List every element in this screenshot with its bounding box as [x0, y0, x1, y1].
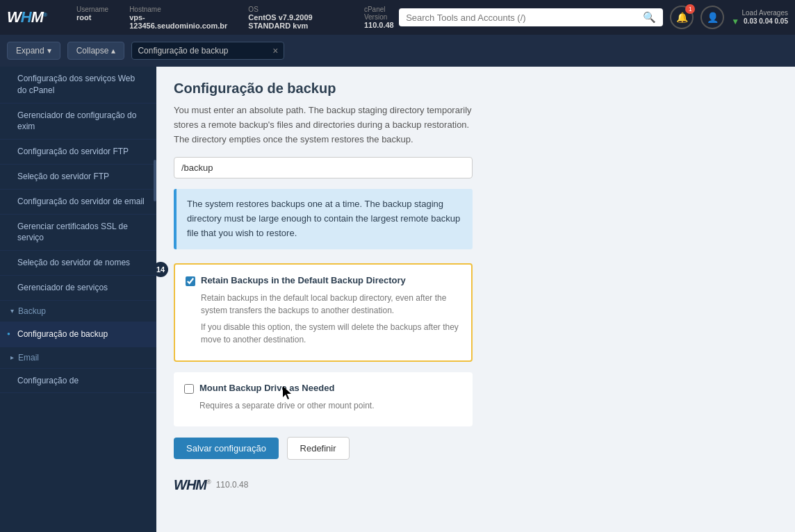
main-layout: Configuração dos serviços Web do cPanel …: [0, 67, 795, 532]
os-value: CentOS v7.9.2009 STANDARD kvm: [248, 13, 343, 30]
sidebar-item-ftp-select[interactable]: Seleção do servidor FTP: [0, 165, 156, 190]
sidebar-filter-input[interactable]: [138, 46, 268, 56]
sidebar-section-email-label: Email: [18, 353, 39, 363]
mount-backup-label[interactable]: Mount Backup Drive as Needed: [199, 383, 334, 393]
topbar: WHM® Username root Hostname vps-123456.s…: [0, 0, 795, 35]
mount-backup-checkbox[interactable]: [184, 384, 194, 394]
retain-backups-label[interactable]: Retain Backups in the Default Backup Dir…: [201, 275, 406, 285]
cpanel-version-value: 110.0.48: [364, 21, 399, 29]
whm-logo: WHM®: [7, 8, 63, 26]
sidebar-section-backup-label: Backup: [18, 306, 46, 316]
expand-label: Expand: [16, 46, 44, 56]
form-buttons: Salvar configuração Redefinir: [174, 437, 778, 460]
footer-whm-logo: WHM®: [174, 477, 211, 493]
clear-filter-button[interactable]: ×: [272, 45, 278, 56]
collapse-label: Collapse: [76, 46, 109, 56]
content-area: Configuração de backup You must enter an…: [156, 67, 795, 532]
retain-backups-desc2: If you disable this option, the system w…: [201, 321, 461, 346]
mount-backup-section: Mount Backup Drive as Needed Requires a …: [174, 372, 473, 426]
footer: WHM® 110.0.48: [174, 477, 778, 493]
sidebar-item-backup-config[interactable]: Configuração de backup: [0, 322, 156, 347]
section14-container: 14 Retain Backups in the Default Backup …: [174, 263, 493, 362]
info-box-text: The system restores backups one at a tim…: [187, 199, 460, 238]
os-meta: OS CentOS v7.9.2009 STANDARD kvm: [248, 6, 343, 30]
mount-backup-row: Mount Backup Drive as Needed: [184, 383, 462, 394]
search-bar[interactable]: 🔍: [399, 8, 663, 26]
sidebar-item-ftp-config[interactable]: Configuração do servidor FTP: [0, 140, 156, 165]
user-button[interactable]: 👤: [700, 6, 724, 29]
expand-arrow-icon: ▾: [47, 46, 51, 56]
retain-backups-desc1: Retain backups in the default local back…: [201, 292, 461, 317]
page-description: You must enter an absolute path. The bac…: [174, 103, 473, 147]
username-label: Username: [76, 6, 108, 13]
sidebar-item-service-manager[interactable]: Gerenciador de serviços: [0, 276, 156, 301]
sidebar-item-email-config[interactable]: Configuração de: [0, 369, 156, 394]
retain-backups-checkbox[interactable]: [186, 276, 195, 286]
username-meta: Username root: [76, 6, 108, 30]
sidebar-item-email-server[interactable]: Configuração do servidor de email: [0, 190, 156, 215]
cpanel-version-label: cPanel Version: [364, 6, 399, 21]
sidebar-item-ssl[interactable]: Gerenciar certificados SSL de serviço: [0, 215, 156, 251]
os-label: OS: [248, 6, 343, 13]
info-box: The system restores backups one at a tim…: [174, 189, 473, 249]
sidebar: Configuração dos serviços Web do cPanel …: [0, 67, 156, 532]
topbar-right: 🔍 🔔 1 👤 Load Averages ▼ 0.03 0.04 0.05: [399, 6, 788, 29]
secondbar: Expand ▾ Collapse ▴ ×: [0, 35, 795, 67]
search-input[interactable]: [406, 13, 639, 23]
hostname-meta: Hostname vps-123456.seudominio.com.br: [129, 6, 227, 30]
username-value: root: [76, 13, 108, 22]
sidebar-item-email-config-label: Configuração de: [17, 376, 79, 385]
notifications-button[interactable]: 🔔 1: [670, 6, 694, 29]
mount-backup-desc: Requires a separate drive or other mount…: [199, 399, 462, 412]
sidebar-section-backup[interactable]: ▾ Backup: [0, 301, 156, 322]
reset-button[interactable]: Redefinir: [287, 437, 350, 460]
load-label: Load Averages: [741, 9, 788, 17]
notification-badge: 1: [685, 4, 695, 14]
section-expand-icon: ▸: [10, 354, 14, 361]
sidebar-section-email[interactable]: ▸ Email: [0, 347, 156, 369]
expand-button[interactable]: Expand ▾: [7, 42, 60, 60]
load-averages: Load Averages ▼ 0.03 0.04 0.05: [731, 9, 788, 26]
load-arrow-icon: ▼: [731, 17, 739, 26]
cpanel-version-meta: cPanel Version 110.0.48: [364, 6, 399, 30]
sidebar-item-backup-config-label: Configuração de backup: [17, 329, 108, 339]
backup-path-input[interactable]: [174, 157, 473, 178]
hostname-value: vps-123456.seudominio.com.br: [129, 13, 227, 30]
server-meta: Username root Hostname vps-123456.seudom…: [76, 6, 399, 30]
retain-backups-row: Retain Backups in the Default Backup Dir…: [186, 275, 461, 286]
save-button[interactable]: Salvar configuração: [174, 438, 279, 459]
search-button[interactable]: 🔍: [643, 11, 656, 24]
collapse-arrow-icon: ▴: [111, 46, 115, 56]
sidebar-item-exim[interactable]: Gerenciador de configuração do exim: [0, 103, 156, 140]
scroll-indicator: [154, 160, 156, 201]
section-collapse-icon: ▾: [10, 307, 14, 315]
section-14-badge: 14: [156, 262, 168, 277]
hostname-label: Hostname: [129, 6, 227, 13]
collapse-button[interactable]: Collapse ▴: [67, 42, 125, 60]
retain-backups-section: Retain Backups in the Default Backup Dir…: [174, 263, 473, 362]
load-values: 0.03 0.04 0.05: [744, 17, 788, 25]
page-title: Configuração de backup: [174, 81, 778, 97]
footer-version: 110.0.48: [216, 480, 249, 490]
sidebar-search-filter[interactable]: ×: [131, 42, 284, 60]
sidebar-item-nameserver[interactable]: Seleção do servidor de nomes: [0, 251, 156, 276]
sidebar-item-webservices[interactable]: Configuração dos serviços Web do cPanel: [0, 67, 156, 103]
